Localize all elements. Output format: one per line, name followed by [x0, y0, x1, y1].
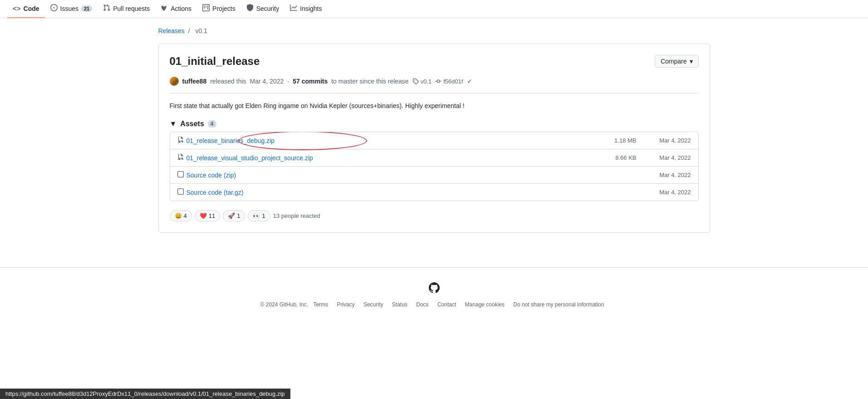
release-title: 01_initial_release [170, 55, 260, 68]
asset-name-1: 01_release_binaries_debug.zip [177, 137, 582, 144]
assets-header[interactable]: ▼ Assets 4 [170, 120, 699, 128]
breadcrumb: Releases / v0.1 [158, 27, 710, 34]
asset-row-1: 01_release_binaries_debug.zip 1.18 MB Ma… [170, 132, 698, 149]
reaction-smile[interactable]: 😄 4 [170, 210, 192, 222]
zip-icon-2 [177, 154, 184, 162]
reaction-heart[interactable]: ❤️ 11 [195, 210, 220, 222]
reaction-eyes[interactable]: 👀 1 [248, 210, 270, 222]
footer-privacy-info[interactable]: Do not share my personal information [513, 301, 604, 308]
release-description: First state that actually got Elden Ring… [170, 101, 699, 111]
eyes-count: 1 [262, 212, 265, 219]
footer-security[interactable]: Security [363, 301, 383, 308]
tag-icon [412, 78, 419, 84]
tag-value: v0.1 [421, 78, 432, 85]
smile-emoji: 😄 [175, 212, 182, 219]
nav-issues-label: Issues [60, 5, 78, 12]
release-divider [170, 93, 699, 94]
asset-name-3: Source code (zip) [177, 171, 582, 179]
insights-icon [290, 4, 297, 13]
asset-date-1: Mar 4, 2022 [637, 137, 691, 144]
nav-actions[interactable]: Actions [155, 0, 197, 18]
projects-icon [202, 4, 210, 13]
footer-links: © 2024 GitHub, Inc. Terms Privacy Securi… [7, 301, 861, 308]
top-nav: <> Code Issues 21 Pull requests Actions … [0, 0, 868, 18]
triangle-icon: ▼ [170, 120, 177, 128]
asset-name-4: Source code (tar.gz) [177, 188, 582, 196]
copyright-text: © 2024 GitHub, Inc. [260, 301, 309, 308]
actions-icon [161, 4, 168, 13]
asset-size-1: 1.18 MB [582, 137, 637, 144]
smile-count: 4 [184, 212, 187, 219]
code-icon: <> [13, 5, 21, 12]
asset-link-1[interactable]: 01_release_binaries_debug.zip [186, 137, 275, 144]
nav-security-label: Security [256, 5, 280, 12]
rocket-emoji: 🚀 [228, 212, 235, 219]
asset-link-3[interactable]: Source code (zip) [186, 172, 236, 179]
nav-actions-label: Actions [171, 5, 191, 12]
heart-count: 11 [209, 212, 215, 219]
reactions-text: 13 people reacted [273, 212, 320, 219]
assets-list: 01_release_binaries_debug.zip 1.18 MB Ma… [170, 132, 699, 201]
reactions: 😄 4 ❤️ 11 🚀 1 👀 1 13 people reacted [170, 210, 699, 222]
release-date: Mar 4, 2022 [250, 78, 284, 85]
asset-date-2: Mar 4, 2022 [637, 154, 691, 161]
avatar [170, 77, 179, 86]
asset-row-2: 01_release_visual_studio_project_source.… [170, 149, 698, 167]
asset-link-4[interactable]: Source code (tar.gz) [186, 189, 244, 196]
chevron-down-icon: ▾ [690, 58, 693, 65]
nav-security[interactable]: Security [241, 0, 285, 18]
footer-status[interactable]: Status [392, 301, 407, 308]
nav-projects-label: Projects [212, 5, 235, 12]
eyes-emoji: 👀 [253, 212, 260, 219]
issues-badge: 21 [81, 5, 92, 12]
reaction-rocket[interactable]: 🚀 1 [223, 210, 245, 222]
asset-name-2: 01_release_visual_studio_project_source.… [177, 154, 582, 162]
github-logo [7, 282, 861, 296]
meta-separator: · [287, 78, 289, 85]
assets-label: Assets [180, 120, 204, 128]
security-icon [246, 4, 254, 13]
breadcrumb-releases-link[interactable]: Releases [158, 27, 185, 34]
author-link[interactable]: tuffee88 [182, 78, 207, 85]
release-meta: tuffee88 released this Mar 4, 2022 · 57 … [170, 77, 699, 86]
footer-contact[interactable]: Contact [437, 301, 456, 308]
main-content: Releases / v0.1 01_initial_release Compa… [144, 18, 725, 249]
released-text: released this [210, 78, 246, 85]
nav-code[interactable]: <> Code [7, 0, 45, 18]
rocket-count: 1 [237, 212, 240, 219]
footer-cookies[interactable]: Manage cookies [465, 301, 505, 308]
nav-issues[interactable]: Issues 21 [45, 0, 98, 18]
compare-button[interactable]: Compare ▾ [655, 55, 699, 68]
breadcrumb-current: v0.1 [196, 27, 207, 34]
footer-terms[interactable]: Terms [313, 301, 328, 308]
pr-icon [103, 4, 110, 13]
commits-link[interactable]: 57 commits [293, 78, 328, 85]
commit-icon [435, 78, 441, 84]
nav-projects[interactable]: Projects [197, 0, 241, 18]
asset-size-2: 8.66 KB [582, 154, 637, 161]
breadcrumb-separator: / [188, 27, 190, 34]
asset-row-3: Source code (zip) Mar 4, 2022 [170, 167, 698, 184]
footer-docs[interactable]: Docs [416, 301, 428, 308]
asset-link-2[interactable]: 01_release_visual_studio_project_source.… [186, 154, 313, 162]
compare-label: Compare [661, 58, 687, 65]
issues-icon [50, 4, 58, 13]
hash-value: f56d01f [443, 78, 463, 85]
assets-count: 4 [208, 120, 216, 128]
commits-suffix: to master since this release [331, 78, 408, 85]
nav-code-label: Code [24, 5, 39, 12]
asset-date-3: Mar 4, 2022 [637, 172, 691, 178]
release-header: 01_initial_release Compare ▾ [170, 55, 699, 71]
footer-privacy[interactable]: Privacy [337, 301, 354, 308]
zip-icon-1 [177, 137, 184, 144]
nav-pr-label: Pull requests [113, 5, 150, 12]
verified-icon: ✓ [467, 78, 472, 85]
nav-insights[interactable]: Insights [284, 0, 327, 18]
src-icon-3 [177, 171, 184, 179]
footer: © 2024 GitHub, Inc. Terms Privacy Securi… [0, 267, 868, 322]
nav-pullrequests[interactable]: Pull requests [98, 0, 155, 18]
asset-date-4: Mar 4, 2022 [637, 189, 691, 196]
assets-section: ▼ Assets 4 01_release_binaries_debug.zip… [170, 120, 699, 201]
nav-insights-label: Insights [300, 5, 322, 12]
heart-emoji: ❤️ [200, 212, 207, 219]
